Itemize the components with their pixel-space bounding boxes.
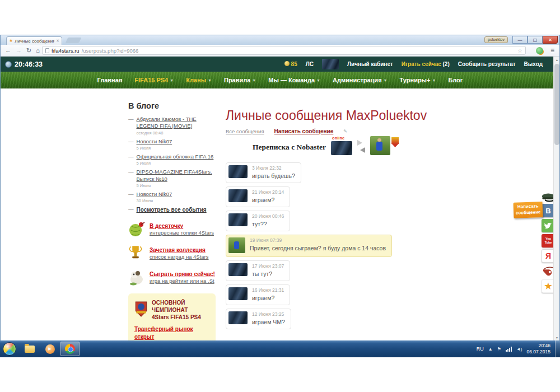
tab-title: Личные сообщения Ма — [15, 39, 54, 44]
coins-value: 85 — [291, 61, 297, 67]
page-scrollbar[interactable]: ▲ ▼ — [553, 57, 559, 341]
play-now-count: (2) — [443, 61, 450, 67]
message-card[interactable]: 20 Июня 00:46тут?? — [226, 211, 290, 231]
chrome-taskbar-icon[interactable] — [60, 342, 80, 356]
write-message-link[interactable]: Написать сообщение — [274, 128, 334, 134]
home-icon[interactable]: ⌂ — [36, 48, 40, 54]
window-controls: — ▢ ✕ — [512, 36, 558, 44]
nav-item-tournaments[interactable]: Турниры+▼ — [400, 77, 436, 83]
refresh-icon[interactable]: ↻ — [26, 48, 31, 54]
message-card[interactable]: 12 Июня 23:25играем ЧМ? — [226, 309, 291, 329]
promo-awards-title[interactable]: Зачетная коллекция — [150, 247, 209, 253]
start-button[interactable] — [3, 342, 16, 356]
blog-post: —Новости Nik075 Июля — [128, 138, 216, 151]
online-status: online — [332, 136, 344, 141]
taskbar-clock[interactable]: 20:46 06.07.2015 — [526, 343, 550, 354]
forward-icon[interactable]: → — [16, 48, 22, 54]
clock-icon — [5, 61, 12, 68]
language-indicator[interactable]: RU — [477, 346, 484, 352]
user-avatar[interactable] — [322, 59, 339, 69]
message-card[interactable]: 21 Июня 20:14играем? — [226, 186, 290, 207]
compose-icon: ✎ — [343, 129, 347, 134]
dog-icon — [128, 269, 145, 286]
close-button[interactable]: ✕ — [543, 36, 558, 44]
promo-awards-sub[interactable]: список наград на 4Stars — [150, 254, 209, 260]
chevron-down-icon: ▼ — [316, 78, 320, 82]
browser-titlebar: ★ Личные сообщения Ма ✕ poluektov — ▢ ✕ — [1, 35, 559, 45]
apple-dart-icon — [128, 221, 145, 237]
nav-item-home[interactable]: Главная — [97, 77, 123, 83]
interlocutor-avatar[interactable] — [331, 141, 352, 155]
all-messages-link[interactable]: Все сообщения — [226, 128, 264, 134]
coins-indicator[interactable]: 85 — [284, 61, 297, 67]
volume-icon[interactable]: ◄) — [516, 347, 522, 352]
nav-item-admin[interactable]: Администрация▼ — [333, 77, 387, 83]
logout-link[interactable]: Выход — [524, 61, 543, 67]
promo-play-now-title[interactable]: Сыграть прямо сейчас! — [150, 271, 215, 277]
blog-post-link[interactable]: Абдусали Каюмов - THE LEGEND FIFA [MOVIE… — [137, 116, 216, 130]
message-date: 12 Июня 23:25 — [252, 311, 285, 317]
message-date: 20 Июня 00:46 — [252, 213, 284, 219]
system-tray: RU ▲ ⚑ ◄) 20:46 06.07.2015 — [477, 343, 553, 354]
chevron-down-icon: ▼ — [252, 78, 256, 82]
promo-play-now-sub[interactable]: игра на рейтинг или на .St — [150, 278, 215, 284]
scroll-up-icon[interactable]: ▲ — [554, 57, 559, 63]
write-message-ribbon[interactable]: Написать сообщение — [514, 202, 543, 218]
promo-topics-sub[interactable]: интересные топики 4Stars — [150, 230, 214, 236]
chrome-profile-button[interactable]: poluektov — [484, 36, 508, 43]
message-avatar — [228, 189, 248, 202]
transfer-market-link[interactable]: Трансферный рынок открыт — [134, 325, 209, 340]
explorer-taskbar-icon[interactable] — [20, 342, 39, 356]
nav-item-blog[interactable]: Блог — [448, 77, 463, 83]
action-center-flag-icon[interactable]: ⚑ — [497, 347, 501, 352]
cabinet-link[interactable]: Личный кабинет — [347, 61, 393, 67]
chevron-down-icon: ▼ — [170, 78, 174, 82]
blog-post-link[interactable]: DIPSO-MAGAZINE FIFA4Stars. Выпуск №10 — [137, 169, 216, 183]
back-icon[interactable]: ← — [5, 48, 11, 54]
view-all-events: —Посмотреть все события — [128, 206, 216, 213]
blog-post: —Новости Nik0730 Июня — [128, 191, 216, 203]
nav-item-clans[interactable]: Кланы▼ — [186, 77, 212, 83]
chrome-menu-icon[interactable]: ≡ — [550, 46, 554, 54]
blog-post-link[interactable]: Официальная обложка FIFA 16 — [137, 153, 214, 160]
tray-expand-icon[interactable]: ▲ — [488, 347, 493, 352]
blog-sidebar: В блоге —Абдусали Каюмов - THE LEGEND FI… — [128, 101, 216, 341]
nav-item-fifa15-ps4[interactable]: FIFA15 PS4▼ — [134, 77, 174, 83]
maximize-button[interactable]: ▢ — [528, 36, 543, 44]
own-avatar[interactable] — [370, 136, 390, 155]
message-text: тут?? — [252, 221, 284, 227]
message-card[interactable]: 16 Июня 21:31играем? — [226, 284, 290, 305]
play-now-link[interactable]: Играть сейчас (2) — [402, 61, 450, 67]
message-avatar — [228, 263, 248, 276]
site-header: 20:46:33 85 ЛС Личный кабинет Играть сей… — [1, 57, 559, 72]
message-avatar — [228, 311, 248, 324]
promo-topics-title[interactable]: В десяточку — [150, 223, 214, 229]
blog-post-link[interactable]: Новости Nik07 — [137, 138, 172, 145]
bookmark-star-icon[interactable]: ☆ — [517, 48, 522, 54]
media-player-taskbar-icon[interactable]: ▶ — [40, 342, 59, 356]
championship-box: ОСНОВНОЙ ЧЕМПИОНАТ 4Stars FIFA15 PS4 Тра… — [128, 293, 216, 341]
message-card-own[interactable]: 19 Июня 07:39Привет, сегодня сыграем? я … — [226, 235, 392, 257]
blog-post-link[interactable]: Новости Nik07 — [137, 191, 172, 198]
swap-arrows-icon[interactable] — [357, 140, 365, 155]
message-card[interactable]: 17 Июня 23:07ты тут? — [226, 260, 290, 281]
browser-tab[interactable]: ★ Личные сообщения Ма ✕ — [6, 36, 62, 45]
network-icon[interactable] — [506, 347, 512, 352]
pm-link[interactable]: ЛС — [306, 61, 314, 67]
message-card[interactable]: 3 Июля 22:32играть будешь? — [226, 162, 301, 183]
report-result-link[interactable]: Сообщить результат — [458, 61, 516, 67]
new-tab-button[interactable] — [66, 38, 82, 43]
extension-icon[interactable] — [536, 47, 543, 54]
chevron-down-icon: ▼ — [208, 78, 212, 82]
view-all-events-link[interactable]: Посмотреть все события — [137, 206, 207, 213]
nav-item-team[interactable]: Мы — Команда▼ — [268, 77, 320, 83]
scrollbar-thumb[interactable] — [554, 64, 559, 145]
nav-item-rules[interactable]: Правила▼ — [224, 77, 256, 83]
message-avatar — [228, 165, 248, 178]
server-time: 20:46:33 — [5, 60, 43, 68]
minimize-button[interactable]: — — [512, 36, 528, 44]
championship-title: ОСНОВНОЙ ЧЕМПИОНАТ 4Stars FIFA15 PS4 — [152, 299, 209, 321]
tab-close-icon[interactable]: ✕ — [56, 39, 59, 43]
show-desktop-button[interactable] — [555, 340, 560, 357]
url-input[interactable]: fifa4stars.ru/userposts.php?id=9066 ☆ — [42, 46, 526, 55]
